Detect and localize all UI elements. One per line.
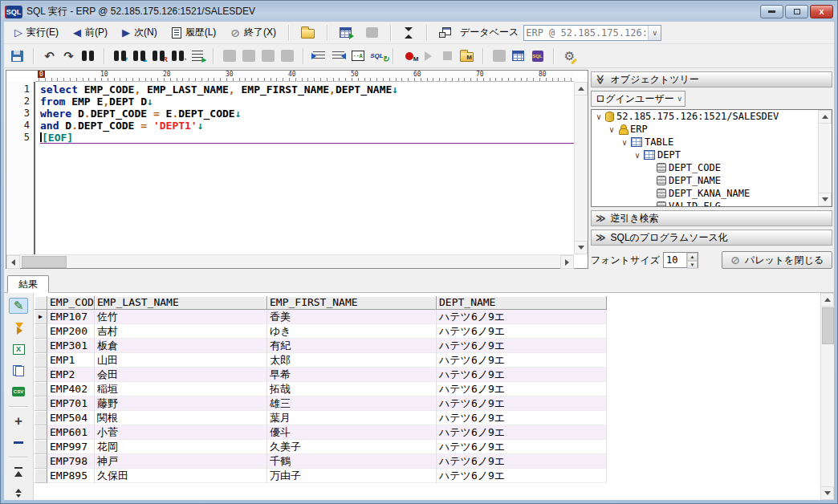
grid-cell[interactable]: ゆき: [267, 324, 437, 339]
result-vertical-scrollbar[interactable]: [820, 293, 834, 500]
chevron-down-icon[interactable]: ∨: [648, 26, 661, 40]
tab-result[interactable]: 結果: [7, 275, 49, 293]
tree-expander-icon[interactable]: ∨: [633, 151, 641, 160]
grid-cell[interactable]: 稲垣: [95, 382, 267, 396]
editor-horizontal-scrollbar[interactable]: [6, 254, 574, 268]
next-button[interactable]: ▶ 次(N): [116, 22, 163, 43]
convert-case-button[interactable]: ··A: [351, 50, 364, 63]
tree-vertical-scrollbar[interactable]: [818, 110, 832, 206]
tree-item-dept-kana-name[interactable]: DEPT_KANA_NAME: [592, 187, 832, 200]
scroll-left-button[interactable]: [6, 255, 20, 269]
tree-item-52-185-175-126-1521-salesdev[interactable]: ∨52.185.175.126:1521/SALESDEV: [592, 110, 832, 123]
grid-cell[interactable]: 久保田: [95, 469, 267, 483]
export-excel-button[interactable]: X: [9, 343, 28, 357]
grid-cell[interactable]: EMP402: [47, 382, 95, 396]
column-header-emp_last_name[interactable]: EMP_LAST_NAME: [95, 296, 267, 310]
undo-button[interactable]: ↶: [43, 50, 56, 63]
grid-cell[interactable]: ハテツ6ノ9エ: [437, 469, 607, 483]
row-selector[interactable]: [35, 440, 47, 454]
find-prev-button[interactable]: ▲: [132, 50, 146, 63]
grid-cell[interactable]: 山田: [95, 353, 267, 368]
grid-cell[interactable]: EMP107: [47, 310, 95, 324]
grid-cell[interactable]: ハテツ6ノ9エ: [437, 411, 607, 425]
grid-corner-cell[interactable]: [35, 296, 47, 310]
grid-cell[interactable]: 香美: [267, 310, 437, 324]
scroll-down-button[interactable]: [818, 193, 832, 206]
grid-cell[interactable]: EMP601: [47, 425, 95, 440]
editor-vertical-scrollbar[interactable]: [574, 82, 588, 254]
result-grid[interactable]: EMP_CODEEMP_LAST_NAMEEMP_FIRST_NAMEDEPT_…: [35, 296, 607, 483]
grid-cell[interactable]: 小菅: [95, 425, 267, 440]
apply-changes-button[interactable]: [9, 321, 28, 335]
tree-item-valid-flg[interactable]: VALID_FLG: [592, 200, 832, 207]
grid-cell[interactable]: EMP301: [47, 339, 95, 353]
grid-cell[interactable]: 早希: [267, 368, 437, 382]
scroll-down-button[interactable]: [820, 486, 834, 500]
table-row[interactable]: ▶EMP107佐竹香美ハテツ6ノ9エ: [35, 310, 607, 324]
database-combobox[interactable]: ERP @ 52.185.175.126:15 ∨: [523, 25, 661, 41]
format-sql-button[interactable]: SQL: [370, 50, 384, 63]
delete-row-button[interactable]: [9, 436, 28, 450]
code-line[interactable]: select EMP_CODE, EMP_LAST_NAME, EMP_FIRS…: [40, 83, 574, 96]
close-button[interactable]: X: [810, 5, 833, 18]
sql-library-button[interactable]: SQL: [531, 50, 544, 63]
current-row-marker[interactable]: ▶: [35, 310, 47, 324]
grid-cell[interactable]: 藤野: [95, 396, 267, 411]
tree-expander-icon[interactable]: ∨: [608, 125, 616, 134]
table-row[interactable]: EMP301板倉有紀ハテツ6ノ9エ: [35, 339, 607, 353]
scroll-right-button[interactable]: [560, 255, 574, 269]
grid-cell[interactable]: EMP895: [47, 469, 95, 483]
run-button[interactable]: ▷ 実行(E): [9, 22, 64, 43]
row-selector[interactable]: [35, 425, 47, 440]
close-palette-button[interactable]: ⊘ パレットを閉じる: [722, 251, 832, 269]
table-row[interactable]: EMP402稲垣拓哉ハテツ6ノ9エ: [35, 382, 607, 396]
indent-button[interactable]: [312, 50, 326, 63]
code-line[interactable]: from EMP E,DEPT D↓: [40, 96, 574, 108]
column-header-emp_first_name[interactable]: EMP_FIRST_NAME: [267, 296, 437, 310]
settings-button[interactable]: ⚙: [563, 50, 576, 63]
grid-view-button[interactable]: [511, 50, 525, 63]
history-button[interactable]: 履歴(L): [166, 22, 222, 43]
quit-button[interactable]: ⊘ 終了(X): [225, 22, 282, 43]
table-row[interactable]: EMP200吉村ゆきハテツ6ノ9エ: [35, 324, 607, 339]
run-to-grid-button[interactable]: [334, 24, 357, 41]
db-window-button[interactable]: [433, 24, 457, 41]
macro-record-button[interactable]: [402, 50, 416, 63]
sql-editor[interactable]: 01020304050607080 12345 select EMP_CODE,…: [6, 70, 588, 269]
tree-item-erp[interactable]: ∨ERP: [592, 123, 832, 136]
row-selector[interactable]: [35, 368, 47, 382]
find-button[interactable]: [81, 50, 95, 63]
grid-cell[interactable]: ハテツ6ノ9エ: [437, 396, 607, 411]
grid-cell[interactable]: 有紀: [267, 339, 437, 353]
spin-up-button[interactable]: ▲: [687, 253, 698, 261]
grid-cell[interactable]: EMP997: [47, 440, 95, 454]
scrollbar-thumb[interactable]: [822, 307, 834, 344]
sql-to-source-header[interactable]: ≫ SQLのプログラムソース化: [591, 230, 832, 246]
grid-cell[interactable]: EMP504: [47, 411, 95, 425]
jump-first-button[interactable]: [9, 465, 28, 479]
row-selector[interactable]: [35, 353, 47, 368]
grid-cell[interactable]: 優斗: [267, 425, 437, 440]
edit-mode-button[interactable]: ✎: [9, 298, 28, 314]
row-selector[interactable]: [35, 382, 47, 396]
grid-cell[interactable]: 拓哉: [267, 382, 437, 396]
grid-cell[interactable]: ハテツ6ノ9エ: [437, 440, 607, 454]
grid-cell[interactable]: 板倉: [95, 339, 267, 353]
redo-button[interactable]: ↷: [62, 50, 75, 63]
table-row[interactable]: EMP701藤野雄三ハテツ6ノ9エ: [35, 396, 607, 411]
login-user-combobox[interactable]: ログインユーザー ∨: [591, 91, 685, 107]
find-next-button[interactable]: ▼: [113, 50, 127, 63]
scroll-down-button[interactable]: [574, 241, 588, 254]
grid-cell[interactable]: ハテツ6ノ9エ: [437, 310, 607, 324]
scrollbar-thumb[interactable]: [22, 256, 67, 268]
grid-cell[interactable]: ハテツ6ノ9エ: [437, 324, 607, 339]
grid-cell[interactable]: ハテツ6ノ9エ: [437, 353, 607, 368]
macro-open-button[interactable]: [460, 50, 474, 63]
table-row[interactable]: EMP601小菅優斗ハテツ6ノ9エ: [35, 425, 607, 440]
tree-expander-icon[interactable]: ∨: [620, 138, 628, 147]
table-row[interactable]: EMP997花岡久美子ハテツ6ノ9エ: [35, 440, 607, 454]
object-tree[interactable]: ∨52.185.175.126:1521/SALESDEV∨ERP∨TABLE∨…: [591, 109, 832, 207]
grid-cell[interactable]: 万由子: [267, 469, 437, 483]
font-size-spinner[interactable]: 10 ▲ ▼: [663, 252, 698, 268]
grid-cell[interactable]: 花岡: [95, 440, 267, 454]
